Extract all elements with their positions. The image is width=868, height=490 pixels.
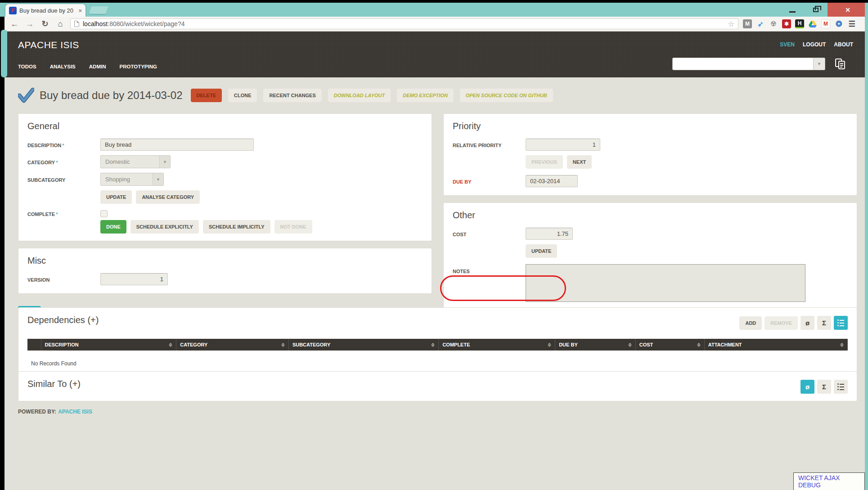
summary-sigma-icon[interactable]: Σ	[817, 380, 831, 394]
close-button[interactable]: ✕	[828, 3, 868, 17]
user-link[interactable]: SVEN	[780, 41, 795, 48]
bookmark-star-icon[interactable]: ☆	[728, 20, 734, 28]
analyse-category-button[interactable]: ANALYSE CATEGORY	[136, 190, 200, 204]
version-label: VERSION	[27, 276, 100, 283]
sort-icon[interactable]	[545, 343, 551, 347]
column-category[interactable]: CATEGORY	[176, 339, 289, 351]
apache-isis-link[interactable]: APACHE ISIS	[58, 409, 92, 415]
list-view-icon[interactable]	[834, 316, 848, 330]
extension-lastpass-icon[interactable]: ✱	[782, 19, 791, 28]
next-button[interactable]: NEXT	[567, 155, 592, 169]
extension-feather-icon[interactable]: ➶	[756, 19, 765, 28]
sort-icon[interactable]	[625, 343, 632, 347]
copy-pages-icon[interactable]	[834, 58, 847, 72]
category-select[interactable]: Domestic ▼	[100, 155, 171, 168]
sort-icon[interactable]	[166, 343, 172, 347]
forward-button[interactable]: →	[24, 19, 35, 29]
web-page: APACHE ISIS TODOS ANALYSIS ADMIN PROTOTY…	[4, 31, 865, 490]
tab-close-icon[interactable]: ×	[78, 7, 82, 14]
column-description[interactable]: DESCRIPTION	[41, 339, 176, 351]
page-icon	[74, 21, 79, 27]
column-cost[interactable]: COST	[635, 339, 704, 351]
nav-item-todos[interactable]: TODOS	[18, 64, 36, 69]
restore-button[interactable]	[804, 3, 828, 17]
column-attachment[interactable]: ATTACHMENT	[704, 339, 847, 351]
search-dropdown-arrow-icon[interactable]: ▼	[813, 58, 825, 70]
new-tab-button[interactable]	[89, 6, 108, 14]
category-value: Domestic	[101, 158, 159, 165]
description-label: DESCRIPTION*	[27, 142, 100, 148]
about-link[interactable]: ABOUT	[834, 41, 853, 48]
list-view-icon[interactable]	[834, 380, 848, 394]
update-button[interactable]: UPDATE	[100, 190, 132, 204]
other-panel-title: Other	[453, 210, 848, 220]
due-by-input	[526, 175, 578, 187]
wicket-ajax-debug[interactable]: WICKET AJAX DEBUG	[793, 472, 865, 490]
app-nav: TODOS ANALYSIS ADMIN PROTOTYPING	[18, 64, 157, 69]
notes-label: NOTES	[453, 264, 526, 274]
logout-link[interactable]: LOGOUT	[803, 41, 826, 48]
demo-exception-button[interactable]: DEMO EXCEPTION	[397, 89, 454, 102]
extension-profile-icon[interactable]: M	[743, 19, 752, 28]
nav-item-analysis[interactable]: ANALYSIS	[50, 64, 76, 69]
favicon-icon: F	[9, 7, 17, 14]
reload-button[interactable]: ↻	[40, 19, 50, 29]
extension-radiation-icon[interactable]: ☢	[769, 19, 778, 28]
subcategory-label: SUBCATEGORY	[27, 176, 100, 183]
subcategory-value: Shopping	[101, 176, 153, 183]
hide-columns-icon[interactable]: ø	[801, 316, 814, 330]
clone-button[interactable]: CLONE	[228, 89, 257, 102]
complete-checkbox[interactable]	[100, 210, 108, 217]
subcategory-select[interactable]: Shopping ▼	[100, 173, 164, 186]
minimize-button[interactable]	[781, 3, 804, 17]
column-subcategory[interactable]: SUBCATEGORY	[288, 339, 439, 351]
schedule-explicitly-button[interactable]: SCHEDULE EXPLICITLY	[130, 220, 199, 234]
url-bar[interactable]: localhost:8080/wicket/wicket/page?4 ☆	[70, 18, 738, 29]
extension-drive-icon[interactable]	[808, 19, 817, 28]
nav-item-admin[interactable]: ADMIN	[89, 64, 106, 69]
todo-check-icon	[18, 88, 34, 103]
extension-hootsuite-icon[interactable]: H	[795, 19, 804, 28]
sort-icon[interactable]	[279, 343, 285, 347]
open-source-code-button[interactable]: OPEN SOURCE CODE ON GITHUB	[460, 89, 553, 102]
screen: F Buy bread due by 20 × ✕ ← → ↻ ⌂ localh…	[0, 0, 868, 490]
home-button[interactable]: ⌂	[55, 19, 66, 29]
dependencies-table: DESCRIPTION CATEGORY SUBCATEGORY COMPLET…	[27, 339, 848, 370]
hide-columns-icon[interactable]: ø	[801, 380, 814, 394]
schedule-implicitly-button[interactable]: SCHEDULE IMPLICITLY	[203, 220, 270, 234]
column-due-by[interactable]: DUE BY	[555, 339, 636, 351]
dependencies-add-button[interactable]: ADD	[739, 316, 762, 330]
header-search-input[interactable]	[673, 58, 813, 70]
description-input[interactable]	[100, 139, 254, 151]
header-search-combobox[interactable]: ▼	[672, 58, 825, 70]
category-dropdown-icon[interactable]: ▼	[159, 156, 170, 168]
browser-tab[interactable]: F Buy bread due by 20 ×	[5, 4, 85, 17]
cost-update-button[interactable]: UPDATE	[526, 244, 557, 258]
teal-accent-ribbon	[1, 30, 7, 77]
general-panel: General DESCRIPTION* CATEGORY* Domestic …	[18, 113, 432, 241]
due-by-label: DUE BY	[453, 178, 526, 184]
delete-button[interactable]: DELETE	[191, 89, 222, 102]
misc-panel: Misc VERSION	[18, 248, 432, 294]
summary-sigma-icon[interactable]: Σ	[817, 316, 831, 330]
sort-icon[interactable]	[837, 343, 844, 347]
download-layout-button[interactable]: DOWNLOAD LAYOUT	[328, 89, 391, 102]
app-brand[interactable]: APACHE ISIS	[18, 40, 79, 50]
column-complete[interactable]: COMPLETE	[439, 339, 555, 351]
extension-aperture-icon[interactable]: ❂	[834, 19, 843, 28]
back-button[interactable]: ←	[9, 19, 20, 29]
sort-icon[interactable]	[694, 343, 701, 347]
dependencies-panel: Dependencies (+) ADD REMOVE ø Σ DESCRIPT…	[18, 307, 857, 378]
similar-to-panel: Similar To (+) ø Σ	[18, 371, 857, 401]
nav-item-prototyping[interactable]: PROTOTYPING	[119, 64, 157, 69]
sort-icon[interactable]	[428, 343, 435, 347]
subcategory-dropdown-icon[interactable]: ▼	[153, 173, 163, 185]
extension-gmail-icon[interactable]: M	[821, 19, 830, 28]
done-button[interactable]: DONE	[100, 220, 126, 234]
recent-changes-button[interactable]: RECENT CHANGES	[263, 89, 321, 102]
page-footer: POWERED BY:APACHE ISIS	[18, 409, 92, 415]
browser-menu-icon[interactable]: ☰	[847, 19, 856, 28]
dependencies-title: Dependencies (+)	[27, 315, 99, 325]
notes-textarea[interactable]	[526, 264, 805, 302]
minimize-icon	[789, 11, 796, 13]
